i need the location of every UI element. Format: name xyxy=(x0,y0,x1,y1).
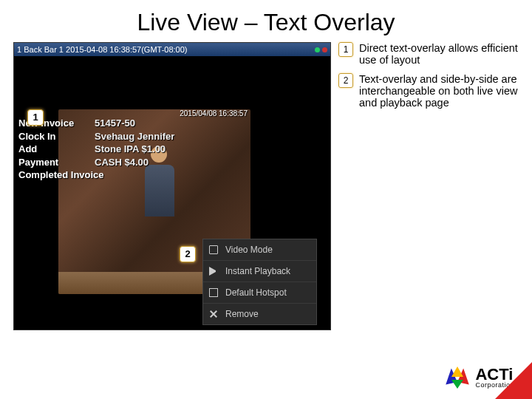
overlay-label: Clock In xyxy=(18,130,89,143)
overlay-row: AddStone IPA $1.00 xyxy=(18,143,174,156)
overlay-row: Completed Invoice xyxy=(18,168,174,182)
screen-icon xyxy=(209,245,218,254)
status-dots xyxy=(315,47,327,52)
menu-label: Video Mode xyxy=(225,245,273,255)
text-overlay-block: New Invoice51457-50 Clock InSvehaug Jenn… xyxy=(18,117,174,182)
corner-accent xyxy=(495,362,532,399)
overlay-row: Clock InSvehaug Jennifer xyxy=(18,130,174,143)
video-header: 1 Back Bar 1 2015-04-08 16:38:57(GMT-08:… xyxy=(14,43,330,56)
square-icon xyxy=(209,288,218,297)
note-1: 1 Direct text-overlay allows efficient u… xyxy=(338,42,519,66)
overlay-value: Stone IPA $1.00 xyxy=(95,143,166,156)
content-row: 1 Back Bar 1 2015-04-08 16:38:57(GMT-08:… xyxy=(0,42,532,330)
overlay-label: Payment xyxy=(18,156,89,169)
menu-label: Default Hotspot xyxy=(225,287,287,298)
video-header-text: 1 Back Bar 1 2015-04-08 16:38:57(GMT-08:… xyxy=(17,43,188,56)
logo-mark-icon xyxy=(444,366,471,389)
menu-label: Instant Playback xyxy=(225,266,290,276)
callout-number: 2 xyxy=(180,246,196,262)
scene-timestamp: 2015/04/08 16:38:57 xyxy=(180,109,248,117)
video-pane: 1 Back Bar 1 2015-04-08 16:38:57(GMT-08:… xyxy=(13,42,331,330)
status-dot-green xyxy=(315,47,320,52)
context-menu: Video Mode Instant Playback Default Hots… xyxy=(202,239,317,325)
callout-2: 2 xyxy=(180,246,196,262)
page-title: Live View – Text Overlay xyxy=(0,0,532,42)
notes-column: 1 Direct text-overlay allows efficient u… xyxy=(331,42,519,330)
x-icon xyxy=(209,310,218,318)
menu-item-instant-playback[interactable]: Instant Playback xyxy=(203,261,316,282)
status-dot-red xyxy=(322,47,327,52)
overlay-value: 51457-50 xyxy=(95,117,135,130)
menu-item-remove[interactable]: Remove xyxy=(203,304,316,324)
play-icon xyxy=(209,267,218,276)
overlay-label: Completed Invoice xyxy=(18,168,104,182)
note-2: 2 Text-overlay and side-by-side are inte… xyxy=(338,73,519,109)
overlay-label: Add xyxy=(18,143,89,156)
menu-item-video-mode[interactable]: Video Mode xyxy=(203,239,316,261)
note-text: Direct text-overlay allows efficient use… xyxy=(359,42,519,66)
callout-number: 1 xyxy=(27,109,44,126)
note-text: Text-overlay and side-by-side are interc… xyxy=(359,73,519,109)
menu-item-default-hotspot[interactable]: Default Hotspot xyxy=(203,282,316,304)
callout-1: 1 xyxy=(27,109,44,126)
note-number: 1 xyxy=(338,42,353,57)
menu-label: Remove xyxy=(225,309,259,319)
note-number: 2 xyxy=(338,73,353,88)
overlay-value: CASH $4.00 xyxy=(95,156,149,169)
overlay-value: Svehaug Jennifer xyxy=(95,130,174,143)
overlay-row: PaymentCASH $4.00 xyxy=(18,156,174,169)
